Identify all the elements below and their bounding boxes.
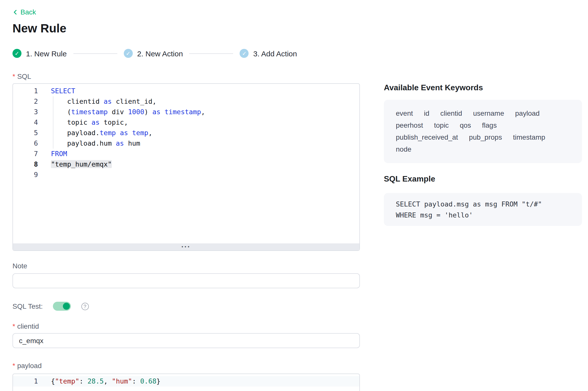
step-new-action[interactable]: ✓ 2. New Action: [124, 49, 183, 58]
code-line-text: (timestamp div 1000) as timestamp,: [51, 107, 205, 117]
event-keyword: clientid: [440, 107, 462, 119]
code-line[interactable]: 7FROM: [13, 149, 359, 159]
code-line[interactable]: 5 payload.temp as temp,: [13, 128, 359, 138]
line-number: 9: [13, 170, 38, 180]
toggle-knob: [63, 303, 70, 310]
editor-resize-handle[interactable]: •••: [13, 243, 359, 250]
help-question-icon[interactable]: ?: [81, 302, 89, 310]
line-number: 8: [13, 159, 38, 170]
event-keyword: publish_received_at: [396, 131, 458, 143]
line-number: 1: [13, 376, 38, 387]
back-link[interactable]: Back: [12, 7, 36, 17]
sql-test-label-text: SQL Test:: [12, 302, 43, 310]
sql-example-line: SELECT payload.msg as msg FROM "t/#": [396, 198, 570, 209]
step-label: 2. New Action: [137, 49, 183, 58]
step-connector: [73, 53, 117, 54]
step-connector: [189, 53, 233, 54]
code-line-text: FROM: [51, 149, 67, 159]
code-line[interactable]: 3 (timestamp div 1000) as timestamp,: [13, 107, 359, 117]
step-pending-check-icon: ✓: [240, 49, 249, 58]
step-done-check-icon: ✓: [12, 49, 21, 58]
back-label: Back: [20, 8, 36, 16]
code-line[interactable]: 6 payload.hum as hum: [13, 138, 359, 149]
event-keyword: peerhost: [396, 119, 423, 131]
code-line[interactable]: 1SELECT: [13, 86, 359, 96]
line-number: 7: [13, 149, 38, 159]
event-keyword: node: [396, 143, 411, 155]
step-label: 1. New Rule: [26, 49, 67, 58]
code-line-text: "temp_hum/emqx": [51, 159, 112, 170]
clientid-input[interactable]: [12, 333, 360, 348]
help-sidebar: Available Event Keywords eventidclientid…: [384, 0, 582, 226]
sql-code-editor[interactable]: 1SELECT2 clientid as client_id,3 (timest…: [12, 83, 360, 251]
payload-field-label: * payload: [12, 361, 360, 370]
event-keyword: flags: [482, 119, 497, 131]
required-asterisk: *: [12, 322, 15, 330]
code-line[interactable]: 1{"temp": 28.5, "hum": 0.68}: [13, 376, 359, 387]
main-form-column: Back New Rule ✓ 1. New Rule ✓ 2. New Act…: [12, 0, 360, 391]
code-line-text: SELECT: [51, 86, 75, 96]
sql-test-label: SQL Test:: [12, 302, 43, 311]
sql-test-row: SQL Test: ?: [12, 301, 360, 311]
line-number: 4: [13, 117, 38, 128]
code-line[interactable]: 2 clientid as client_id,: [13, 96, 359, 107]
step-new-rule[interactable]: ✓ 1. New Rule: [12, 49, 67, 58]
steps-bar: ✓ 1. New Rule ✓ 2. New Action ✓ 3. Add A…: [12, 48, 360, 59]
required-asterisk: *: [12, 362, 15, 370]
line-number: 6: [13, 138, 38, 149]
note-field-label: Note: [12, 261, 360, 270]
keyword-row: node: [396, 143, 570, 155]
event-keyword: topic: [434, 119, 449, 131]
event-keyword: id: [424, 107, 430, 119]
keyword-row: eventidclientidusernamepayload: [396, 107, 570, 119]
code-line[interactable]: 9: [13, 170, 359, 180]
code-line-text: clientid as client_id,: [51, 96, 156, 107]
required-asterisk: *: [12, 72, 15, 80]
sql-editor-content[interactable]: 1SELECT2 clientid as client_id,3 (timest…: [13, 84, 359, 243]
step-pending-check-icon: ✓: [124, 49, 133, 58]
note-input[interactable]: [12, 273, 360, 288]
page-title: New Rule: [12, 21, 360, 36]
event-keyword: payload: [515, 107, 540, 119]
code-line-text: topic as topic,: [51, 117, 128, 128]
new-rule-page: Back New Rule ✓ 1. New Rule ✓ 2. New Act…: [0, 0, 588, 391]
line-number: 1: [13, 86, 38, 96]
sql-example-panel: SELECT payload.msg as msg FROM "t/#" WHE…: [384, 193, 582, 226]
sql-label-text: SQL: [17, 72, 31, 80]
keyword-row: peerhosttopicqosflags: [396, 119, 570, 131]
event-keyword: pub_props: [469, 131, 502, 143]
code-line-text: payload.hum as hum: [51, 138, 140, 149]
code-line[interactable]: 8"temp_hum/emqx": [13, 159, 359, 170]
keyword-row: publish_received_atpub_propstimestamp: [396, 131, 570, 143]
line-number: 3: [13, 107, 38, 117]
event-keyword: username: [473, 107, 504, 119]
indent-guide-line: [53, 96, 53, 149]
payload-editor-content[interactable]: 1{"temp": 28.5, "hum": 0.68}: [13, 374, 359, 387]
sql-example-title: SQL Example: [384, 174, 582, 184]
step-label: 3. Add Action: [253, 49, 297, 58]
keywords-panel: eventidclientidusernamepayloadpeerhostto…: [384, 100, 582, 163]
payload-label-text: payload: [17, 362, 42, 370]
line-number: 2: [13, 96, 38, 107]
clientid-field-label: * clientid: [12, 322, 360, 331]
code-line[interactable]: 4 topic as topic,: [13, 117, 359, 128]
sql-field-label: * SQL: [12, 72, 360, 81]
clientid-label-text: clientid: [17, 322, 39, 330]
event-keyword: event: [396, 107, 413, 119]
step-add-action[interactable]: ✓ 3. Add Action: [240, 49, 297, 58]
code-line-text: {"temp": 28.5, "hum": 0.68}: [51, 376, 160, 387]
chevron-left-icon: [12, 9, 18, 15]
code-line-text: payload.temp as temp,: [51, 128, 152, 138]
keywords-panel-title: Available Event Keywords: [384, 83, 582, 93]
note-label-text: Note: [12, 262, 27, 270]
payload-code-editor[interactable]: 1{"temp": 28.5, "hum": 0.68}: [12, 374, 360, 391]
sql-test-toggle[interactable]: [53, 302, 71, 311]
line-number: 5: [13, 128, 38, 138]
sql-example-line: WHERE msg = 'hello': [396, 209, 570, 220]
event-keyword: qos: [460, 119, 471, 131]
event-keyword: timestamp: [513, 131, 545, 143]
